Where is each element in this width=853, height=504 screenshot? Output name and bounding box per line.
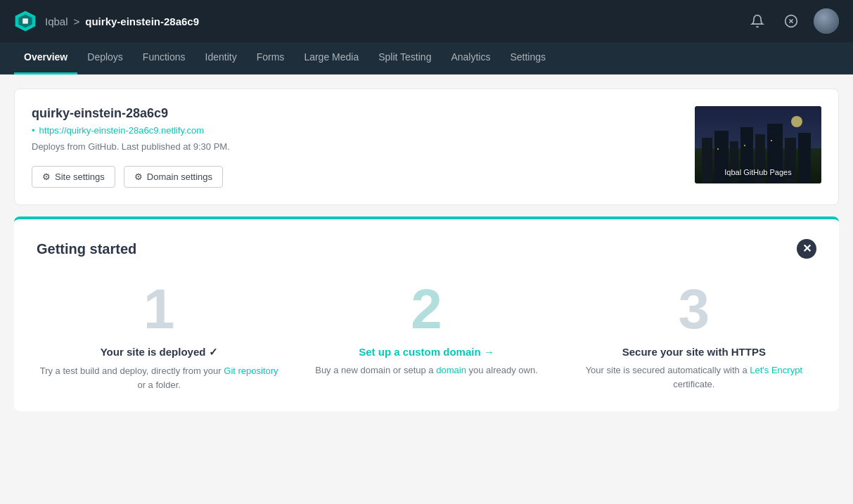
step-3-desc: Your site is secured automatically with …	[572, 363, 816, 391]
step-2-title[interactable]: Set up a custom domain →	[304, 346, 549, 358]
step-2-desc: Buy a new domain or setup a domain you a…	[304, 363, 549, 377]
nav-item-large-media[interactable]: Large Media	[294, 42, 368, 75]
step-1-title: Your site is deployed ✓	[37, 346, 281, 358]
nav-item-deploys[interactable]: Deploys	[77, 42, 133, 75]
getting-started-section: Getting started ✕ 1 Your site is deploye…	[14, 217, 839, 411]
step-3: 3 Secure your site with HTTPS Your site …	[572, 281, 816, 392]
nav-item-functions[interactable]: Functions	[133, 42, 195, 75]
user-avatar[interactable]	[814, 8, 839, 34]
gear-icon: ⚙	[42, 172, 51, 182]
thumbnail-label: Iqbal GitHub Pages	[724, 168, 791, 176]
netlify-logo[interactable]	[14, 10, 37, 32]
svg-rect-2	[23, 18, 28, 24]
header-actions	[746, 8, 839, 34]
nav-item-forms[interactable]: Forms	[247, 42, 295, 75]
workspace-name[interactable]: Iqbal	[45, 15, 68, 27]
svg-rect-8	[702, 138, 712, 183]
nav-item-overview[interactable]: Overview	[14, 42, 77, 75]
step-2-number: 2	[304, 281, 549, 337]
getting-started-title: Getting started	[37, 241, 136, 257]
getting-started-header: Getting started ✕	[37, 239, 816, 259]
lets-encrypt-link[interactable]: Let's Encrypt	[750, 365, 802, 375]
step-2: 2 Set up a custom domain → Buy a new dom…	[304, 281, 549, 392]
domain-settings-label: Domain settings	[147, 172, 212, 182]
nav-item-split-testing[interactable]: Split Testing	[368, 42, 441, 75]
breadcrumb-separator: >	[74, 15, 80, 27]
domain-link[interactable]: domain	[436, 365, 466, 375]
notifications-button[interactable]	[746, 10, 769, 32]
svg-rect-19	[771, 140, 772, 141]
main-nav: Overview Deploys Functions Identity Form…	[0, 42, 853, 75]
header: Iqbal > quirky-einstein-28a6c9	[0, 0, 853, 42]
step-3-title: Secure your site with HTTPS	[572, 346, 816, 358]
svg-rect-14	[785, 138, 796, 183]
nav-item-identity[interactable]: Identity	[195, 42, 247, 75]
svg-point-16	[791, 116, 802, 127]
step-3-number: 3	[572, 281, 816, 337]
nav-item-settings[interactable]: Settings	[500, 42, 556, 75]
step-1-number: 1	[37, 281, 281, 337]
svg-rect-10	[730, 141, 738, 183]
site-card: quirky-einstein-28a6c9 https://quirky-ei…	[14, 89, 839, 205]
site-card-buttons: ⚙ Site settings ⚙ Domain settings	[32, 166, 230, 188]
svg-rect-15	[798, 133, 811, 183]
gear-icon-2: ⚙	[134, 172, 143, 182]
site-title: quirky-einstein-28a6c9	[32, 106, 230, 121]
site-settings-button[interactable]: ⚙ Site settings	[32, 166, 115, 188]
site-meta: Deploys from GitHub. Last published at 9…	[32, 141, 230, 152]
steps-container: 1 Your site is deployed ✓ Try a test bui…	[37, 281, 816, 392]
step-1-desc: Try a test build and deploy, directly fr…	[37, 364, 281, 392]
site-url-link[interactable]: https://quirky-einstein-28a6c9.netlify.c…	[32, 125, 230, 136]
close-getting-started-button[interactable]: ✕	[797, 239, 816, 259]
breadcrumb: Iqbal > quirky-einstein-28a6c9	[45, 15, 199, 27]
site-name-breadcrumb: quirky-einstein-28a6c9	[85, 15, 199, 27]
nav-item-analytics[interactable]: Analytics	[441, 42, 500, 75]
svg-rect-17	[717, 148, 719, 150]
git-link[interactable]: Git repository	[224, 366, 278, 376]
site-thumbnail[interactable]: Iqbal GitHub Pages	[695, 106, 821, 183]
svg-rect-18	[744, 145, 745, 146]
site-info: quirky-einstein-28a6c9 https://quirky-ei…	[32, 106, 230, 188]
main-content: quirky-einstein-28a6c9 https://quirky-ei…	[0, 75, 853, 425]
step-1: 1 Your site is deployed ✓ Try a test bui…	[37, 281, 281, 392]
site-settings-label: Site settings	[55, 172, 105, 182]
domain-settings-button[interactable]: ⚙ Domain settings	[124, 166, 223, 188]
close-button[interactable]	[780, 10, 802, 32]
